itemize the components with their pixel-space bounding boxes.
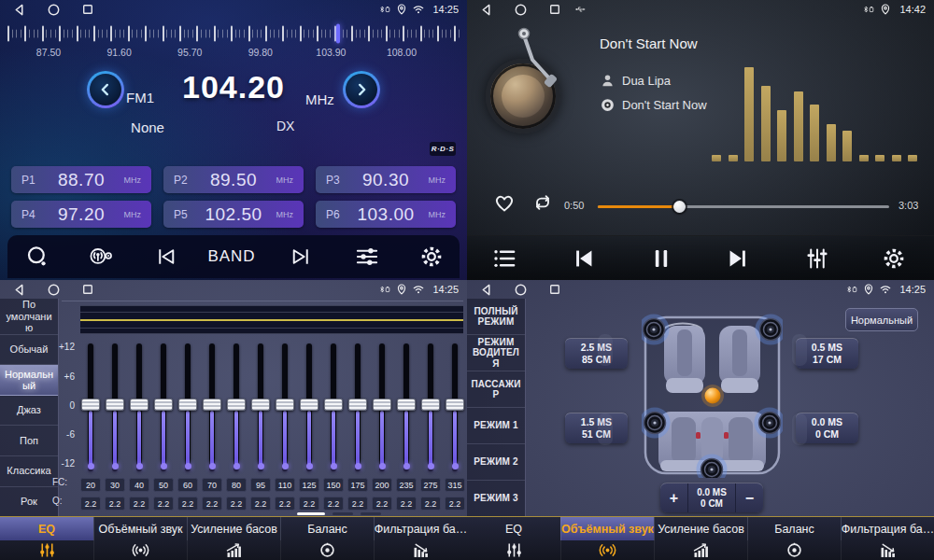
repeat-icon[interactable] (531, 191, 555, 214)
back-icon[interactable] (480, 284, 492, 296)
eq-slider-thumb[interactable] (348, 399, 367, 411)
eq-slider-thumb[interactable] (227, 399, 246, 411)
listening-position-ball[interactable] (705, 388, 721, 404)
prev-filled-icon[interactable] (572, 246, 597, 272)
eq-slider-thumb[interactable] (203, 399, 221, 411)
home-icon[interactable] (48, 284, 60, 296)
fc-value[interactable]: 200 (372, 478, 392, 492)
q-value[interactable]: 2.2 (153, 497, 174, 511)
eq-slider-thumb[interactable] (130, 399, 149, 411)
radio-preset-button-p5[interactable]: P5102.50MHz (163, 201, 304, 228)
mixer-sliders-icon[interactable] (805, 246, 830, 272)
fc-value[interactable]: 50 (153, 478, 174, 492)
tab-filter-bass[interactable]: Фильтрация ба… (841, 517, 934, 560)
q-value[interactable]: 2.2 (80, 497, 101, 511)
fc-value[interactable]: 20 (80, 478, 101, 492)
back-icon[interactable] (13, 284, 25, 296)
radio-preset-button-p4[interactable]: P497.20MHz (11, 201, 151, 228)
eq-slider-thumb[interactable] (421, 399, 440, 411)
tab-balance[interactable]: Баланс (747, 517, 841, 560)
pause-icon[interactable] (649, 246, 674, 272)
eq-slider-thumb[interactable] (81, 399, 100, 411)
eq-slider-thumb[interactable] (154, 399, 173, 411)
tab-bass-boost[interactable]: Усиление басов (654, 517, 747, 560)
front-left-delay-button[interactable]: 2.5 MS 85 CM (565, 338, 628, 369)
fc-value[interactable]: 95 (250, 478, 271, 492)
q-value[interactable]: 2.2 (177, 497, 198, 511)
tab-balance[interactable]: Баланс (280, 517, 374, 560)
home-icon[interactable] (515, 284, 527, 296)
speaker-icon[interactable] (642, 410, 668, 436)
eq-slider-thumb[interactable] (324, 399, 343, 411)
tab-eq-sliders[interactable]: EQ (467, 517, 560, 560)
sidebar-item[interactable]: РЕЖИМ 1 (467, 408, 525, 444)
sidebar-item[interactable]: ПОЛНЫЙ РЕЖИМ (467, 299, 525, 335)
band-button[interactable]: BAND (207, 247, 255, 266)
delay-minus-button[interactable]: − (736, 483, 763, 512)
tab-surround-sound[interactable]: Объёмный звук (93, 517, 187, 560)
fc-value[interactable]: 150 (323, 478, 344, 492)
sound-profile-badge[interactable]: Нормальный (845, 308, 918, 331)
recents-icon[interactable] (82, 284, 93, 295)
tab-filter-bass[interactable]: Фильтрация ба… (374, 517, 467, 560)
speaker-icon[interactable] (757, 316, 783, 343)
sidebar-item[interactable]: ПАССАЖИР (467, 371, 525, 408)
fc-value[interactable]: 110 (275, 478, 295, 492)
recents-icon[interactable] (549, 4, 560, 15)
back-icon[interactable] (13, 4, 25, 16)
sidebar-item[interactable]: По умолчанию (0, 299, 58, 335)
eq-slider-thumb[interactable] (397, 399, 416, 411)
radio-preset-button-p1[interactable]: P188.70MHz (11, 166, 151, 193)
eq-slider-thumb[interactable] (276, 399, 294, 411)
radio-preset-button-p2[interactable]: P289.50MHz (163, 166, 304, 193)
eq-slider-thumb[interactable] (178, 399, 197, 411)
tune-down-button[interactable] (87, 71, 124, 108)
q-value[interactable]: 2.2 (275, 497, 295, 511)
fc-value[interactable]: 70 (202, 478, 222, 492)
recents-icon[interactable] (82, 4, 93, 15)
speaker-icon[interactable] (642, 316, 667, 343)
q-value[interactable]: 2.2 (396, 497, 417, 511)
q-value[interactable]: 2.2 (129, 497, 149, 511)
sidebar-item[interactable]: РЕЖИМ 3 (467, 481, 525, 516)
tuning-scale[interactable] (0, 23, 467, 44)
eq-slider-thumb[interactable] (446, 399, 464, 411)
home-icon[interactable] (515, 4, 527, 16)
settings-gear-icon[interactable] (882, 246, 907, 272)
queue-list-icon[interactable] (492, 246, 517, 272)
fc-value[interactable]: 30 (105, 478, 125, 492)
speaker-icon[interactable] (757, 410, 783, 436)
home-icon[interactable] (48, 4, 60, 16)
sidebar-item[interactable]: РЕЖИМ ВОДИТЕЛЯ (467, 335, 525, 371)
back-icon[interactable] (480, 4, 492, 16)
tab-eq-sliders[interactable]: EQ (0, 517, 93, 560)
tab-bass-boost[interactable]: Усиление басов (187, 517, 280, 560)
tab-surround-sound[interactable]: Объёмный звук (560, 517, 654, 560)
speaker-icon[interactable] (699, 456, 725, 478)
recents-icon[interactable] (549, 284, 560, 295)
radio-preset-button-p6[interactable]: P6103.00MHz (316, 201, 456, 228)
eq-slider-thumb[interactable] (106, 399, 124, 411)
fc-value[interactable]: 275 (420, 478, 441, 492)
previous-track-icon[interactable] (154, 245, 179, 270)
sidebar-item[interactable]: Рок (0, 487, 58, 517)
q-value[interactable]: 2.2 (372, 497, 392, 511)
fc-value[interactable]: 315 (445, 478, 465, 492)
sidebar-item[interactable]: РЕЖИМ 2 (467, 444, 525, 481)
tune-up-button[interactable] (343, 71, 380, 108)
fc-value[interactable]: 175 (347, 478, 368, 492)
fc-value[interactable]: 40 (129, 478, 149, 492)
q-value[interactable]: 2.2 (299, 497, 319, 511)
fc-value[interactable]: 125 (299, 478, 319, 492)
q-value[interactable]: 2.2 (323, 497, 344, 511)
tune-sliders-icon[interactable] (355, 245, 380, 270)
rear-left-delay-button[interactable]: 1.5 MS 51 CM (565, 413, 628, 443)
seek-knob[interactable] (673, 201, 686, 213)
radio-broadcast-icon[interactable] (89, 245, 114, 270)
q-value[interactable]: 2.2 (420, 497, 441, 511)
q-value[interactable]: 2.2 (347, 497, 368, 511)
q-value[interactable]: 2.2 (202, 497, 222, 511)
q-value[interactable]: 2.2 (226, 497, 247, 511)
next-track-icon[interactable] (289, 245, 314, 270)
next-filled-icon[interactable] (726, 246, 751, 272)
